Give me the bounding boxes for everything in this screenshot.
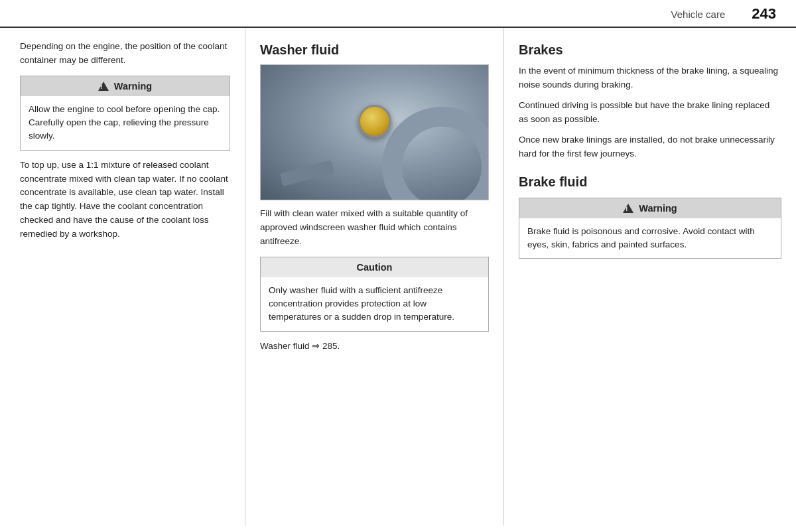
washer-ref: Washer fluid ⇒ 285. [260, 340, 489, 354]
brake-fluid-title: Brake fluid [519, 174, 781, 190]
warning-body-coolant: Allow the engine to cool before opening … [21, 96, 230, 150]
warning-label-brake-fluid: Warning [639, 203, 677, 214]
col-left: Depending on the engine, the position of… [0, 28, 245, 525]
warning-triangle-icon [98, 82, 109, 91]
brakes-p2: Continued driving is possible but have t… [519, 99, 781, 127]
brakes-p1: In the event of minimum thickness of the… [519, 64, 781, 92]
caution-header-washer: Caution [261, 257, 488, 277]
warning-header-brake-fluid: Warning [519, 198, 781, 218]
brakes-p3: Once new brake linings are installed, do… [519, 133, 781, 161]
page-header: Vehicle care 243 [0, 0, 796, 28]
warning-body-brake-fluid: Brake fluid is poisonous and corrosive. … [519, 218, 781, 259]
washer-fluid-image [260, 64, 489, 200]
washer-ref-text: Washer fluid [260, 341, 310, 351]
warning-label-coolant: Warning [114, 81, 152, 92]
header-title: Vehicle care [671, 9, 726, 20]
warning-box-brake-fluid: Warning Brake fluid is poisonous and cor… [519, 198, 781, 259]
washer-ref-page: 285 [322, 341, 338, 351]
col-mid: Washer fluid Fill with clean water mixed… [245, 28, 504, 525]
content-area: Depending on the engine, the position of… [0, 28, 796, 525]
warning-header-coolant: Warning [21, 76, 230, 96]
ref-arrow-icon: ⇒ [312, 341, 322, 351]
caution-body-washer: Only washer fluid with a sufficient anti… [261, 277, 488, 331]
brakes-title: Brakes [519, 42, 781, 58]
engine-bay-visual [261, 65, 488, 200]
page-number: 243 [752, 5, 776, 23]
washer-fluid-title: Washer fluid [260, 42, 489, 58]
warning-box-coolant: Warning Allow the engine to cool before … [20, 76, 230, 151]
fluid-cap-shape [358, 105, 391, 138]
intro-text: Depending on the engine, the position of… [20, 40, 230, 68]
col-right: Brakes In the event of minimum thickness… [504, 28, 796, 525]
warning-triangle-icon-brake [623, 204, 633, 213]
caution-box-washer: Caution Only washer fluid with a suffici… [260, 257, 489, 332]
fill-text: Fill with clean water mixed with a suita… [260, 207, 489, 249]
coolant-body-text: To top up, use a 1:1 mixture of released… [20, 159, 230, 242]
